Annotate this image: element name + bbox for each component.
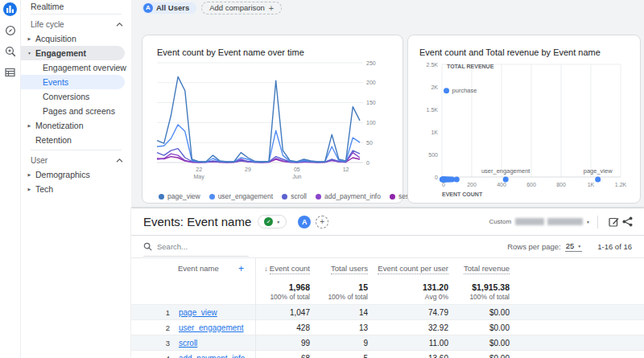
svg-text:user_engagement: user_engagement	[481, 167, 530, 175]
events-table-panel: Events: Event name ✓ ▼ A + Custom ▼	[131, 208, 644, 358]
line-chart: 05010015020025022May2905Jun12	[155, 60, 398, 188]
svg-text:12: 12	[343, 167, 349, 172]
events-table: Event name + ↓Event count Total users Ev…	[131, 258, 644, 358]
legend-dot	[159, 194, 164, 200]
reports-icon[interactable]	[3, 2, 17, 16]
sidebar-item-events[interactable]: Events	[21, 75, 125, 89]
event-link[interactable]: page_view	[179, 308, 217, 317]
svg-text:May: May	[194, 174, 205, 180]
cell-revenue: $0.00	[448, 339, 510, 348]
search-input[interactable]	[157, 242, 229, 251]
table-row: 3scroll 99 9 11.00 $0.00	[131, 335, 644, 350]
legend-item-add-payment-info[interactable]: add_payment_info	[316, 192, 381, 200]
svg-text:0: 0	[366, 160, 369, 166]
all-users-label: All Users	[156, 3, 189, 12]
cell-event-count: 1,047	[255, 308, 310, 317]
legend-item-user-engagement[interactable]: user_engagement	[209, 192, 274, 200]
line-chart-card: Event count by Event name over time 0501…	[142, 35, 403, 204]
dimension-filter-chip[interactable]: ✓ ▼	[258, 215, 287, 228]
sidebar-item-demographics[interactable]: ▶Demographics	[21, 167, 131, 182]
svg-text:2K: 2K	[431, 84, 438, 90]
sidebar-section-user[interactable]: User	[21, 153, 131, 167]
cell-total-users: 13	[310, 323, 368, 332]
sidebar-item-pages-and-screens[interactable]: Pages and screens	[21, 104, 131, 118]
segment-a-chip[interactable]: A	[298, 216, 311, 228]
chart-cards: Event count by Event name over time 0501…	[142, 35, 644, 204]
comparison-bar: A All Users Add comparison +	[142, 2, 644, 14]
cell-per-user: 11.00	[368, 339, 448, 348]
sidebar-item-tech[interactable]: ▶Tech	[21, 182, 131, 196]
totals-total-users: 15100% of total	[310, 282, 368, 301]
add-comparison-chip[interactable]: Add comparison +	[201, 2, 282, 14]
table-search[interactable]	[143, 237, 249, 257]
column-header-total-users[interactable]: Total users	[310, 264, 368, 273]
table-row: 4add_payment_info 68 5 13.60 $0.00	[131, 350, 644, 358]
date-range-redacted	[547, 218, 583, 225]
event-link[interactable]: scroll	[179, 339, 197, 348]
row-number: 1	[160, 308, 170, 317]
cell-event-count: 428	[255, 323, 310, 332]
rows-per-page-select[interactable]: 25▼	[565, 241, 583, 252]
chevron-up-icon	[116, 158, 123, 163]
sidebar-divider	[31, 150, 122, 150]
sidebar-item-engagement[interactable]: ▼Engagement	[21, 46, 125, 60]
legend-item-scroll[interactable]: scroll	[282, 192, 307, 200]
svg-text:400: 400	[497, 182, 506, 187]
cell-per-user: 32.92	[368, 323, 448, 332]
table-row: 2user_engagement 428 13 32.92 $0.00	[131, 319, 644, 335]
svg-text:100: 100	[366, 120, 376, 126]
add-segment-button[interactable]: +	[316, 216, 328, 228]
svg-text:2.5K: 2.5K	[427, 62, 439, 68]
row-number: 4	[160, 354, 170, 358]
column-header-event-count[interactable]: ↓Event count	[255, 264, 310, 273]
sidebar-item-monetization[interactable]: ▶Monetization	[21, 118, 131, 133]
sidebar-section-life-cycle[interactable]: Life cycle	[21, 17, 131, 31]
library-icon[interactable]	[3, 65, 17, 79]
svg-text:0: 0	[442, 182, 445, 187]
scatter-chart-title: Event count and Total revenue by Event n…	[419, 47, 634, 57]
totals-revenue: $1,915.38100% of total	[448, 282, 510, 301]
scatter-chart: 02004006008001K1.2K05001K1.5K2K2.5KTOTAL…	[418, 60, 634, 206]
all-users-chip[interactable]: A All Users	[142, 2, 196, 14]
sidebar-item-engagement-overview[interactable]: Engagement overview	[21, 60, 131, 75]
event-link[interactable]: user_engagement	[179, 323, 244, 332]
svg-text:1.5K: 1.5K	[427, 107, 439, 113]
cell-event-count: 68	[255, 354, 310, 358]
explore-icon[interactable]	[3, 23, 17, 37]
column-header-event-name: Event name +	[131, 263, 255, 274]
arrow-right-icon: ▶	[26, 123, 33, 128]
sidebar: Realtime Life cycle ▶Acquisition ▼Engage…	[21, 0, 131, 358]
sidebar-item-realtime[interactable]: Realtime	[21, 1, 131, 11]
legend-item-page-view[interactable]: page_view	[159, 192, 200, 200]
share-icon[interactable]	[622, 216, 633, 227]
segment-a-icon: A	[143, 3, 153, 13]
column-header-event-count-per-user[interactable]: Event count per user	[368, 264, 448, 273]
chevron-up-icon	[116, 23, 123, 27]
report-canvas: A All Users Add comparison + Event count…	[131, 0, 644, 204]
sidebar-item-retention[interactable]: Retention	[21, 133, 131, 147]
svg-text:1.2K: 1.2K	[615, 182, 627, 187]
totals-event-count: 1,968100% of total	[255, 282, 310, 301]
arrow-down-icon: ▼	[26, 51, 33, 56]
rows-per-page: Rows per page: 25▼ 1-16 of 16	[507, 241, 632, 252]
advertising-icon[interactable]	[3, 44, 17, 58]
svg-text:0: 0	[435, 175, 438, 180]
sidebar-item-acquisition[interactable]: ▶Acquisition	[21, 31, 131, 46]
rows-per-page-label: Rows per page:	[507, 242, 561, 251]
svg-text:800: 800	[556, 182, 566, 187]
svg-text:1K: 1K	[431, 130, 438, 135]
column-header-total-revenue[interactable]: Total revenue	[448, 264, 510, 273]
chevron-down-icon: ▼	[276, 220, 280, 224]
cell-revenue: $0.00	[448, 308, 510, 317]
totals-row: 1,968100% of total 15100% of total 131.2…	[131, 278, 644, 304]
check-circle-icon: ✓	[264, 217, 273, 226]
line-chart-title: Event count by Event name over time	[157, 47, 399, 57]
edit-icon[interactable]	[609, 216, 619, 227]
chevron-down-icon[interactable]: ▼	[586, 220, 590, 224]
event-link[interactable]: add_payment_info	[179, 354, 245, 358]
add-column-icon[interactable]: +	[238, 263, 244, 274]
svg-text:200: 200	[366, 80, 376, 85]
svg-text:29: 29	[245, 167, 251, 172]
app-window: Realtime Life cycle ▶Acquisition ▼Engage…	[0, 0, 644, 358]
sidebar-item-conversions[interactable]: Conversions	[21, 89, 131, 104]
